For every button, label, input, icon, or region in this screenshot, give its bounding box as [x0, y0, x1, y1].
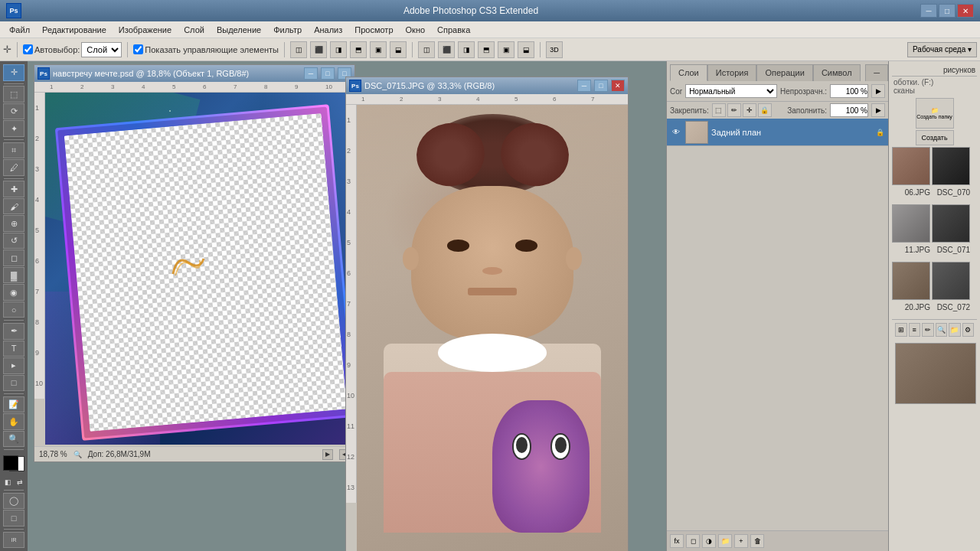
move-tool[interactable]: ✛: [3, 64, 24, 81]
doc1-minimize[interactable]: ─: [304, 67, 318, 80]
crop-tool[interactable]: ⌗: [3, 142, 24, 159]
blur-tool[interactable]: ◉: [3, 284, 24, 301]
path-select-tool[interactable]: ▸: [3, 357, 24, 374]
thumb-extra[interactable]: [895, 343, 976, 404]
thumb-2[interactable]: [892, 204, 930, 243]
doc2-minimize[interactable]: ─: [577, 80, 591, 92]
layer-mask-btn[interactable]: ◻: [686, 534, 700, 548]
lock-position-icon[interactable]: ✛: [743, 103, 756, 117]
menu-select[interactable]: Выделение: [211, 24, 267, 36]
tab-collapse[interactable]: ─: [865, 64, 888, 81]
color-selector[interactable]: [3, 455, 24, 471]
screen-mode[interactable]: □: [3, 510, 24, 527]
brush-tool[interactable]: 🖌: [3, 198, 24, 215]
align-middle-btn[interactable]: ▣: [370, 41, 387, 58]
align-bottom-btn[interactable]: ⬓: [390, 41, 407, 58]
dodge-tool[interactable]: ○: [3, 302, 24, 318]
doc2-canvas[interactable]: [357, 105, 628, 551]
auto-select-checkbox[interactable]: [23, 44, 33, 54]
layer-fx-btn[interactable]: fx: [670, 534, 684, 548]
magic-wand-tool[interactable]: ✦: [3, 120, 24, 137]
close-button[interactable]: ✕: [957, 4, 974, 18]
distribute-center-h-btn[interactable]: ⬛: [438, 41, 455, 58]
create-folder-btn[interactable]: 📁 Создать папку: [916, 98, 954, 129]
distribute-left-btn[interactable]: ◫: [418, 41, 435, 58]
tab-layers[interactable]: Слои: [670, 64, 707, 81]
minimize-button[interactable]: ─: [920, 4, 937, 18]
distribute-right-btn[interactable]: ◨: [458, 41, 475, 58]
tab-history[interactable]: История: [707, 64, 757, 81]
eraser-tool[interactable]: ◻: [3, 249, 24, 266]
menu-help[interactable]: Справка: [431, 24, 476, 36]
lock-transparent-icon[interactable]: ⬚: [712, 103, 726, 117]
history-brush[interactable]: ↺: [3, 233, 24, 249]
default-colors[interactable]: ◧: [2, 477, 13, 487]
layer-select[interactable]: Слой: [81, 42, 122, 57]
doc1-scroll-right[interactable]: ▶: [322, 449, 333, 460]
text-tool[interactable]: T: [3, 341, 24, 357]
tab-character[interactable]: Символ: [813, 64, 861, 81]
menu-image[interactable]: Изображение: [113, 24, 178, 36]
thumb-0[interactable]: [892, 147, 930, 185]
show-controls-checkbox[interactable]: [133, 44, 143, 54]
thumb-folder-btn[interactable]: 📁: [949, 323, 961, 337]
fill-arrow[interactable]: ▶: [871, 103, 885, 117]
lock-image-icon[interactable]: ✏: [727, 103, 741, 117]
imageready-btn[interactable]: IR: [3, 532, 24, 549]
distribute-bottom-btn[interactable]: ⬓: [518, 41, 534, 58]
doc2-titlebar[interactable]: Ps DSC_0715.JPG @ 33,3% (RGB/8) ─ □ ✕: [346, 77, 628, 94]
doc2-close[interactable]: ✕: [611, 80, 625, 92]
menu-view[interactable]: Просмотр: [348, 24, 399, 36]
mask-mode[interactable]: ◯: [3, 493, 24, 510]
foreground-color[interactable]: [3, 455, 18, 471]
doc1-canvas[interactable]: [45, 93, 354, 445]
align-top-btn[interactable]: ⬒: [350, 41, 367, 58]
thumb-view-btn[interactable]: ⊞: [895, 323, 907, 337]
layer-adj-btn[interactable]: ◑: [702, 534, 716, 548]
lock-all-icon[interactable]: 🔒: [758, 103, 772, 117]
healing-tool[interactable]: ✚: [3, 181, 24, 197]
thumb-settings-btn[interactable]: ⚙: [962, 323, 975, 337]
align-center-btn[interactable]: ⬛: [310, 41, 327, 58]
clone-tool[interactable]: ⊕: [3, 215, 24, 232]
layer-folder-btn[interactable]: 📁: [718, 534, 732, 548]
align-left-btn[interactable]: ◫: [290, 41, 307, 58]
align-right-btn[interactable]: ◨: [330, 41, 347, 58]
fill-input[interactable]: 100 %: [830, 103, 868, 117]
notes-tool[interactable]: 📝: [3, 396, 24, 413]
marquee-tool[interactable]: ⬚: [3, 86, 24, 103]
layer-visibility-0[interactable]: 👁: [670, 126, 682, 139]
gradient-tool[interactable]: ▓: [3, 267, 24, 284]
opacity-arrow[interactable]: ▶: [871, 84, 885, 98]
blend-select[interactable]: Нормальный: [685, 84, 777, 98]
eyedropper-tool[interactable]: 🖊: [3, 159, 24, 176]
shape-tool[interactable]: □: [3, 375, 24, 392]
doc1-maximize[interactable]: □: [321, 67, 335, 80]
workspace-button[interactable]: Рабочая среда ▾: [907, 42, 977, 57]
layer-delete-btn[interactable]: 🗑: [750, 534, 764, 548]
thumb-search-btn[interactable]: 🔍: [936, 323, 948, 337]
thumb-5[interactable]: [932, 262, 970, 300]
thumb-list-btn[interactable]: ≡: [909, 323, 921, 337]
distribute-top-btn[interactable]: ⬒: [478, 41, 495, 58]
menu-window[interactable]: Окно: [400, 24, 432, 36]
3d-btn[interactable]: 3D: [546, 41, 563, 58]
opacity-input[interactable]: 100 %: [830, 84, 868, 98]
menu-layer[interactable]: Слой: [178, 24, 211, 36]
thumb-1[interactable]: [932, 147, 970, 185]
menu-filter[interactable]: Фильтр: [267, 24, 308, 36]
doc2-maximize[interactable]: □: [594, 80, 608, 92]
thumb-4[interactable]: [892, 262, 930, 300]
lasso-tool[interactable]: ⟳: [3, 103, 24, 120]
zoom-tool[interactable]: 🔍: [3, 431, 24, 448]
workspace-selector[interactable]: Рабочая среда ▾: [907, 42, 977, 57]
maximize-button[interactable]: □: [939, 4, 956, 18]
layer-new-btn[interactable]: +: [734, 534, 748, 548]
hand-tool[interactable]: ✋: [3, 413, 24, 430]
menu-analysis[interactable]: Анализ: [308, 24, 348, 36]
pen-tool[interactable]: ✒: [3, 323, 24, 340]
menu-edit[interactable]: Редактирование: [36, 24, 113, 36]
thumb-edit-btn[interactable]: ✏: [922, 323, 934, 337]
tab-actions[interactable]: Операции: [756, 64, 812, 81]
menu-file[interactable]: Файл: [3, 24, 36, 36]
